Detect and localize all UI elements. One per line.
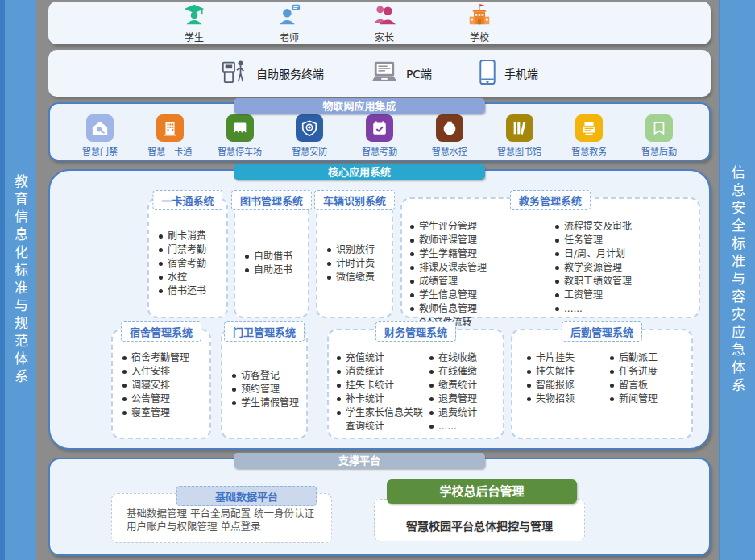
bullet-dot-icon (159, 248, 163, 252)
bullet-dot-icon (122, 356, 127, 360)
bullet-dot-icon (232, 401, 236, 405)
system-title: 门卫管理系统 (224, 321, 305, 342)
bullet-item: 水控 (159, 271, 222, 284)
bullet-text: 学生请假管理 (241, 396, 299, 410)
bullet-text: 在线催缴 (438, 365, 477, 379)
bullet-dot-icon (555, 293, 559, 297)
bullet-item: 教学资源管理 (555, 261, 695, 275)
bullet-item: 调寝安排 (122, 379, 205, 392)
bullet-dot-icon (122, 384, 127, 388)
iot-label: 智慧水控 (432, 144, 467, 157)
bullet-item: 成绩管理 (410, 275, 550, 288)
bullet-text: 退费管理 (438, 392, 477, 406)
bullet-dot-icon (122, 370, 127, 374)
user-label: 老师 (280, 30, 299, 44)
bullet-text: 任务进度 (619, 365, 658, 379)
bullet-dot-icon (555, 239, 559, 243)
bullet-dot-icon (429, 370, 434, 374)
attendance-calendar-icon (366, 114, 393, 142)
bullet-dot-icon (555, 252, 559, 256)
bullet-item: 任务管理 (555, 234, 695, 247)
bullet-item: 寝室管理 (122, 406, 205, 420)
bullet-dot-icon (527, 384, 531, 388)
bullet-dot-icon (245, 268, 249, 272)
system-items: 刷卡消费门禁考勤宿舍考勤水控借书还书 (149, 199, 226, 317)
core-header-tab: 核心应用系统 (234, 164, 485, 180)
bullet-dot-icon (429, 425, 434, 429)
smart-campus-architecture-diagram: 教育信息化标准与规范体系 信息安全标准与容灾应急体系 学生 老师 家长 (0, 0, 755, 560)
system-items: 识别放行计时计费微信缴费 (317, 199, 392, 317)
bullet-dot-icon (337, 370, 341, 374)
bullet-text: 教师信息管理 (419, 302, 477, 316)
system-items: 访客登记预约管理学生请假管理 (222, 330, 306, 438)
bullet-item: 刷卡消费 (159, 230, 222, 243)
bullet-item: 教职工绩效管理 (555, 275, 695, 288)
bullet-item: 微信缴费 (327, 271, 387, 284)
bullet-text: 新闻管理 (619, 392, 658, 406)
user-teacher: 老师 (264, 3, 314, 44)
bullet-item: 识别放行 (327, 243, 387, 257)
iot-label: 智慧图书馆 (497, 144, 541, 157)
security-shield-icon (296, 114, 323, 142)
terminal-label: 自助服务终端 (256, 65, 324, 81)
system-items-col1: 充值统计消费统计挂失卡统计补卡统计学生家长信息关联查询统计 (337, 351, 425, 433)
bullet-text: ...... (438, 420, 457, 433)
bullet-dot-icon (159, 289, 163, 293)
bullet-dot-icon (232, 374, 236, 378)
academic-device-icon (575, 114, 603, 142)
iot-security: 智慧安防 (282, 114, 337, 157)
system-items-col2: 流程提交及审批任务管理日/周、月计划教学资源管理教职工绩效管理工资管理.....… (555, 220, 695, 312)
bullet-dot-icon (159, 276, 163, 280)
system-title: 后勤管理系统 (562, 321, 642, 342)
iot-header-tab: 物联网应用集成 (234, 98, 485, 114)
school-icon (467, 3, 492, 29)
bullet-text: 宿舍考勤 (168, 257, 206, 271)
iot-panel: 物联网应用集成 智慧门禁 智慧一卡通 智慧停车场 (48, 102, 711, 161)
bullet-dot-icon (327, 276, 331, 280)
bullet-item: 在线收缴 (429, 351, 500, 365)
bullet-item: 流程提交及审批 (555, 220, 695, 234)
bullet-text: 寝室管理 (131, 406, 170, 420)
user-label: 学校 (470, 30, 489, 44)
bullet-dot-icon (527, 397, 531, 401)
iot-label: 智慧安防 (292, 144, 327, 157)
bullet-text: 宿舍考勤管理 (131, 351, 189, 365)
bullet-dot-icon (610, 356, 614, 360)
bullet-dot-icon (122, 397, 127, 401)
bullet-item: 门禁考勤 (159, 243, 222, 257)
iot-onecard: 智慧一卡通 (143, 114, 197, 157)
terminal-label: 手机端 (504, 65, 538, 81)
onecard-icon (156, 114, 184, 142)
bullet-text: 在线收缴 (438, 351, 477, 365)
bullet-text: 学生家长信息关联查询统计 (346, 406, 425, 433)
system-title: 宿舍管理系统 (121, 321, 201, 342)
bullet-text: 成绩管理 (419, 275, 458, 288)
bullet-text: 充值统计 (346, 351, 384, 365)
iot-label: 智慧教务 (571, 144, 607, 157)
parents-icon (373, 3, 396, 29)
users-panel: 学生 老师 家长 学校 (48, 2, 711, 44)
bullet-dot-icon (555, 280, 559, 284)
system-title: 图书管理系统 (231, 190, 312, 210)
bullet-dot-icon (610, 397, 614, 401)
bullet-dot-icon (337, 384, 341, 388)
bullet-text: ...... (564, 302, 583, 316)
bullet-item: 学生评分管理 (410, 220, 550, 234)
bullet-item: 教师信息管理 (410, 302, 550, 316)
bullet-text: 补卡统计 (346, 392, 384, 406)
bullet-item: 自助借书 (245, 250, 303, 263)
student-icon (183, 3, 205, 29)
bullet-text: 识别放行 (336, 243, 375, 257)
bullet-item: 卡片挂失 (527, 351, 605, 365)
logistics-banner-icon (645, 114, 673, 142)
water-control-icon (436, 114, 463, 142)
bullet-item: 计时计费 (327, 257, 387, 271)
bullet-dot-icon (429, 356, 434, 360)
bullet-text: 排课及课表管理 (419, 261, 487, 275)
iot-door-access: 智慧门禁 (73, 114, 127, 157)
right-security-sidebar: 信息安全标准与容灾应急体系 (719, 0, 755, 560)
bullet-text: 退费统计 (438, 406, 477, 420)
system-dormitory: 宿舍管理系统 宿舍考勤管理入住安排调寝安排公告管理寝室管理 (111, 329, 211, 439)
bullet-text: 借书还书 (168, 284, 206, 298)
bullet-text: 智能报修 (536, 379, 575, 392)
